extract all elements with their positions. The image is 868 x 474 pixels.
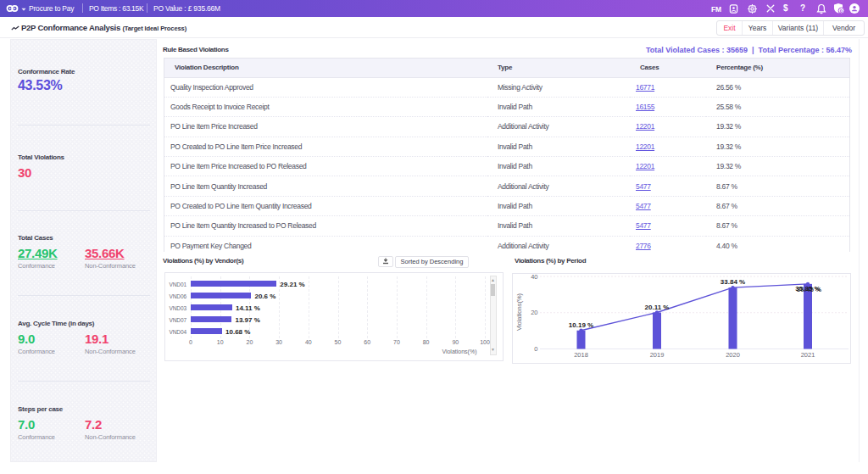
svg-text:2020: 2020 xyxy=(726,351,740,359)
svg-text:2021: 2021 xyxy=(801,351,815,359)
svg-text:2018: 2018 xyxy=(574,351,588,359)
svg-text:40: 40 xyxy=(531,273,537,281)
svg-text:0: 0 xyxy=(534,345,537,353)
svg-text:36.45 %: 36.45 % xyxy=(797,286,821,293)
svg-text:2019: 2019 xyxy=(650,351,665,359)
svg-text:Violations(%): Violations(%) xyxy=(515,293,523,331)
svg-text:33.84 %: 33.84 % xyxy=(721,278,745,286)
svg-text:20: 20 xyxy=(531,309,537,316)
svg-text:20.11 %: 20.11 % xyxy=(645,304,670,311)
svg-text:10.19 %: 10.19 % xyxy=(569,321,593,329)
